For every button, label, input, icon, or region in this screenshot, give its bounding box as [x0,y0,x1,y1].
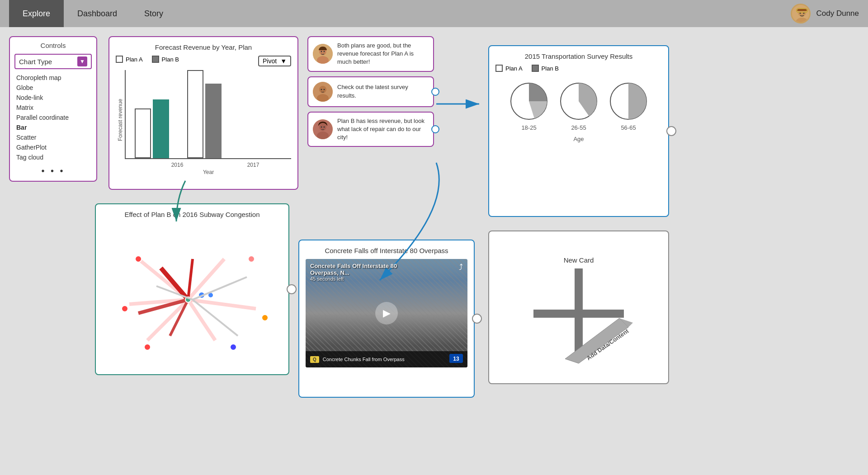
navbar: Explore Dashboard Story Cody Dunne [0,0,868,27]
new-card-title: New Card [564,256,594,264]
pivot-arrow-icon: ▼ [280,57,287,65]
controls-panel: Controls Chart Type ▼ Choropleth map Glo… [9,36,97,182]
svg-point-22 [324,126,325,127]
main-content: Controls Chart Type ▼ Choropleth map Glo… [0,27,868,475]
legend-box-plan-a [116,56,123,63]
age-axis-label: Age [495,136,662,142]
story-cards-panel: Both plans are good, but the revenue for… [307,36,434,147]
pie-label-26-55: 26-55 [571,124,586,131]
video-title-text: Concrete Falls Off Interstate 80 Overpas… [310,263,401,276]
menu-item-scatter[interactable]: Scatter [14,132,92,142]
pie-charts-row: 18-25 26-55 56-65 [495,81,662,131]
legend-plan-b: Plan B [152,56,179,63]
bar-chart-area: Forecast revenue 2016 2017 [116,70,291,169]
svg-point-37 [248,256,255,262]
survey-card-title: 2015 Transportation Survey Results [495,52,662,60]
story-connector-1 [431,88,439,96]
x-label-2016: 2016 [171,162,184,168]
menu-item-matrix[interactable]: Matrix [14,103,92,113]
menu-item-nodelink[interactable]: Node-link [14,93,92,103]
subway-card-title: Effect of Plan B on 2016 Subway Congesti… [102,211,282,218]
subway-map-svg [102,223,274,358]
bar-group-2016 [135,99,169,158]
chart-type-dropdown-arrow[interactable]: ▼ [77,56,87,66]
svg-point-40 [144,344,151,350]
survey-connector-right [666,126,676,136]
svg-point-11 [321,51,322,52]
menu-item-parallel[interactable]: Parallel coordinate [14,113,92,122]
legend-box-plan-b [152,56,159,63]
x-labels: 2016 2017 [139,162,291,168]
svg-marker-50 [565,318,628,363]
menu-item-bar[interactable]: Bar [14,122,92,132]
survey-legend-label-b: Plan B [542,65,559,72]
video-bottom-text: Concrete Chunks Fall from Overpass [323,357,405,362]
forecast-legend: Plan A Plan B [116,56,179,63]
station-badge: Q [310,356,319,363]
avatar [791,4,811,24]
user-area: Cody Dunne [791,4,859,24]
nav-dashboard[interactable]: Dashboard [64,0,131,27]
story-card-0[interactable]: Both plans are good, but the revenue for… [307,36,434,72]
bar-2017-plan-b [205,84,222,158]
svg-point-39 [262,315,268,321]
video-card: Concrete Falls off Interstate 80 Overpas… [298,240,475,398]
story-text-2: Plan B has less revenue, but look what l… [337,117,429,142]
survey-legend-box-a [495,65,503,72]
story-card-2[interactable]: Plan B has less revenue, but look what l… [307,112,434,147]
story-connector-2 [431,125,439,133]
video-connector-right [472,314,482,324]
pie-26-55: 26-55 [558,81,599,131]
chart-type-header[interactable]: Chart Type ▼ [14,54,92,69]
svg-rect-4 [797,9,807,11]
legend-label-plan-a: Plan A [126,56,143,63]
story-avatar-0 [313,44,333,64]
svg-line-45 [193,277,247,300]
story-avatar-2 [313,119,333,139]
menu-item-gatherplot[interactable]: GatherPlot [14,142,92,152]
pie-label-56-65: 56-65 [621,124,636,131]
survey-legend: Plan A Plan B [495,65,662,72]
pie-18-25: 18-25 [509,81,549,131]
bar-2017-plan-a [187,70,203,158]
bar-2016-plan-b [153,99,169,158]
svg-point-16 [321,89,322,90]
story-text-0: Both plans are good, but the revenue for… [337,42,429,66]
add-arrow-icon: Add Data/Content [561,314,633,368]
forecast-card-title: Forecast Revenue by Year, Plan [116,43,291,51]
pivot-label: Pivot [263,57,277,65]
video-thumbnail[interactable]: Concrete Falls Off Interstate 80 Overpas… [306,259,467,367]
video-card-title: Concrete Falls off Interstate 80 Overpas… [306,247,467,254]
menu-item-choropleth[interactable]: Choropleth map [14,73,92,83]
story-card-1[interactable]: Check out the latest survey results. [307,76,434,107]
chart-type-label: Chart Type [19,58,52,66]
x-label-2017: 2017 [247,162,259,168]
subway-card: Effect of Plan B on 2016 Subway Congesti… [95,203,289,375]
video-play-button[interactable]: ▶ [375,302,398,325]
menu-item-tagcloud[interactable]: Tag cloud [14,152,92,162]
menu-item-globe[interactable]: Globe [14,83,92,93]
svg-point-38 [122,306,128,312]
channel-logo: 13 [449,354,463,365]
svg-line-32 [161,268,188,300]
svg-point-41 [230,344,236,350]
y-axis-label: Forecast revenue [116,70,125,169]
forecast-revenue-card: Forecast Revenue by Year, Plan Plan A Pl… [108,36,298,190]
new-card[interactable]: New Card Add Data/Content [488,230,669,384]
survey-legend-plan-b: Plan B [532,65,559,72]
pivot-dropdown[interactable]: Pivot ▼ [258,56,291,66]
bar-chart: 2016 2017 Year [125,70,291,159]
bar-group-2017 [187,70,222,158]
more-items-indicator: • • • [14,166,92,176]
svg-text:13: 13 [453,356,459,362]
nav-story[interactable]: Story [131,0,177,27]
video-timer: 45 seconds left [310,276,401,282]
controls-title: Controls [14,42,92,49]
pie-56-65: 56-65 [608,81,649,131]
survey-card: 2015 Transportation Survey Results Plan … [488,45,669,217]
video-share-icon[interactable]: ⤴ [459,263,463,272]
svg-point-17 [324,89,325,90]
nav-explore[interactable]: Explore [9,0,64,27]
user-name: Cody Dunne [816,9,859,18]
svg-point-36 [135,256,142,262]
